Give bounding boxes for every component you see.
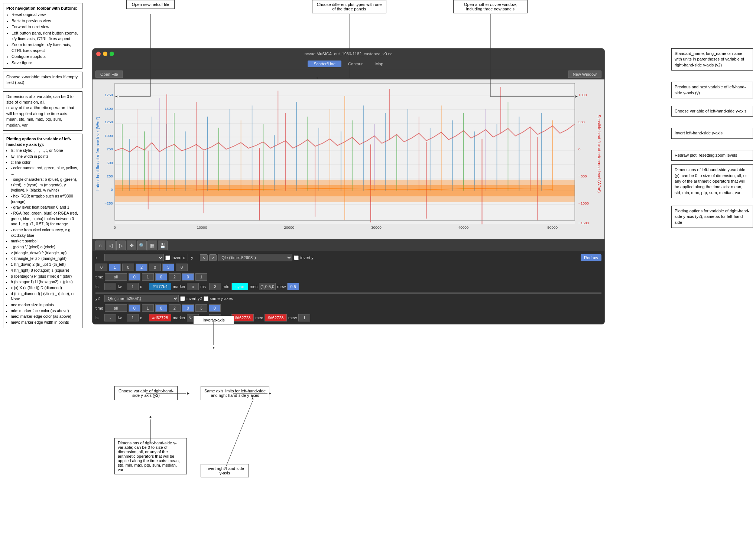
x-variable-select[interactable] [104, 254, 164, 261]
y2-time-label: time [95, 306, 103, 310]
c-option: c: line color [11, 160, 79, 165]
y-next-button[interactable]: > [209, 254, 217, 261]
configure-subplots-button[interactable]: ▦ [147, 241, 157, 250]
toolbar-list-item: Configure subplots [12, 54, 79, 59]
svg-text:0: 0 [578, 147, 581, 151]
x-option: x (x) X (x (filled)) D (diamond) [11, 285, 79, 291]
x-dims-row [95, 262, 601, 272]
y-time-n1[interactable] [129, 273, 140, 281]
y-time-label: time [95, 275, 103, 279]
y-mfc-input[interactable] [231, 283, 248, 290]
tri-option: 1 (tri_down) 2 (tri_up) 3 (tri_left) [11, 262, 79, 267]
y-ls-input[interactable] [104, 283, 116, 290]
x-dim-5[interactable] [162, 264, 174, 271]
svg-text:40000: 40000 [458, 225, 469, 229]
minimize-button[interactable] [103, 52, 107, 56]
y2-mfc-input[interactable] [231, 314, 254, 321]
x-dim-4[interactable] [149, 264, 161, 271]
single-char-option: - single characters: b (blue), g (green)… [11, 177, 79, 193]
invert-y-checkbox[interactable] [294, 255, 299, 260]
maximize-button[interactable] [110, 52, 114, 56]
x-dim-1[interactable] [109, 264, 121, 271]
close-button[interactable] [96, 52, 101, 56]
invert-y2-checkbox[interactable] [180, 296, 185, 301]
x-dim-6[interactable] [176, 264, 188, 271]
y-variable-select[interactable]: Qle ('time=52608',) [218, 254, 292, 261]
invert-x-label: invert x [172, 255, 185, 260]
x-dim-3[interactable] [136, 264, 147, 271]
toolbar-list-item: Forward to next view [12, 24, 79, 30]
y-mew-input[interactable] [287, 283, 299, 290]
y-ls-label: ls [95, 284, 103, 289]
redraw-button[interactable]: Redraw [581, 254, 601, 261]
same-y-axes-checkbox[interactable] [204, 296, 208, 301]
pan-button[interactable]: ✥ [127, 241, 136, 250]
y-time-n5[interactable] [182, 273, 194, 281]
invert-y-label: invert y [300, 255, 313, 260]
triangle-down-option: v (triangle_down) ^ (triangle_up) [11, 250, 79, 256]
same-y-axes-label: same y-axes [210, 296, 233, 301]
back-view-button[interactable]: ◁ [106, 241, 116, 250]
app-window: ncvue MuSICA_out_1980-1182_castanea_v0.n… [92, 48, 605, 324]
y-prev-button[interactable]: < [200, 254, 207, 261]
y-time-n6[interactable] [195, 273, 207, 281]
point-option: . (point) ',' (pixel) o (circle) [11, 244, 79, 250]
y-mec-input[interactable] [259, 283, 276, 290]
lw-option: lw: line width in points [11, 154, 79, 159]
tab-contour[interactable]: Contour [342, 61, 369, 67]
y2-time-n5[interactable] [182, 304, 194, 312]
y2-time-input[interactable] [105, 304, 127, 312]
vline-option: d (thin_diamond) | (vline) _ (hline), or… [11, 291, 79, 302]
file-toolbar: Open File New Window [93, 69, 604, 79]
y2-mew-input[interactable] [298, 314, 310, 321]
y2-mec-input[interactable] [265, 314, 287, 321]
svg-text:10000: 10000 [197, 225, 207, 229]
y2-mec-label: mec [255, 316, 263, 320]
shapes-option: 4 (tri_right) 8 (octagon) s (square) [11, 268, 79, 273]
y-c-input[interactable] [149, 283, 171, 290]
y-time-n4[interactable] [169, 273, 181, 281]
x-label: x [95, 255, 103, 260]
y2-time-n3[interactable] [155, 304, 167, 312]
reset-view-button[interactable]: ⌂ [95, 241, 105, 250]
y2-ls-input[interactable] [104, 314, 116, 321]
tab-scatter-line[interactable]: Scatter/Line [308, 61, 341, 67]
zoom-button[interactable]: 🔍 [137, 241, 147, 250]
open-file-button[interactable]: Open File [95, 71, 123, 78]
x-control-row: x invert x y < > Qle ('time=52608',) inv… [95, 253, 601, 262]
x-dim-annotation-box: Dimensions of x-variable; can be 0 to si… [3, 91, 82, 131]
y2-time-n7[interactable] [209, 304, 221, 312]
forward-view-button[interactable]: ▷ [116, 241, 126, 250]
invert-y2-label: invert y2 [186, 296, 202, 301]
y2-variable-select[interactable]: Qh ('time=52608',) [104, 295, 179, 302]
save-figure-button[interactable]: 💾 [158, 241, 168, 250]
mec-option: mec: marker edge color (as above) [11, 314, 79, 319]
color-names-option: - color names: red, green, blue, yellow,… [11, 165, 79, 176]
y2-c-input[interactable] [149, 314, 171, 321]
ms-option: ms: marker size in points [11, 302, 79, 308]
y-marker-input[interactable] [187, 283, 199, 290]
y2-time-n2[interactable] [142, 304, 154, 312]
y-lw-label: lw [118, 284, 125, 289]
x-dim-0[interactable] [95, 264, 107, 271]
x-dim-2[interactable] [122, 264, 134, 271]
y-mec-label: mec [250, 284, 257, 289]
y2-mew-label: mew [288, 316, 297, 320]
svg-text:20000: 20000 [284, 225, 294, 229]
y-mfc-label: mfc [223, 284, 230, 289]
toolbar-annotation-list: Reset original view Back to previous vie… [6, 12, 79, 66]
y-time-n3[interactable] [155, 273, 167, 281]
new-window-button[interactable]: New Window [568, 71, 601, 78]
y2-lw-input[interactable] [127, 314, 139, 321]
y-lw-input[interactable] [127, 283, 139, 290]
invert-x-checkbox[interactable] [165, 255, 170, 260]
toolbar-list-item: Reset original view [12, 12, 79, 17]
y-ms-input[interactable] [209, 283, 221, 290]
y-ms-label: ms [200, 284, 208, 289]
tab-map[interactable]: Map [369, 61, 389, 67]
y-time-n2[interactable] [142, 273, 154, 281]
y2-time-n1[interactable] [129, 304, 140, 312]
y2-time-n4[interactable] [169, 304, 181, 312]
y-time-input[interactable] [105, 273, 127, 281]
y2-time-n6[interactable] [195, 304, 207, 312]
